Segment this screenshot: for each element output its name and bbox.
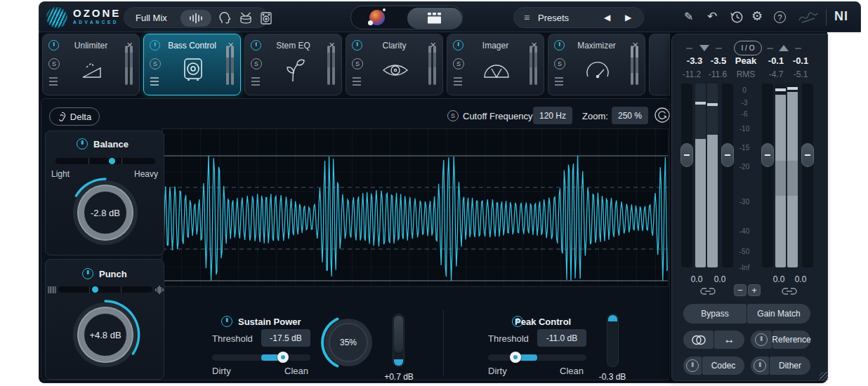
- peak-slider-handle[interactable]: [510, 352, 521, 363]
- slider-tick: [89, 286, 90, 293]
- target-vocal-button[interactable]: [218, 11, 232, 28]
- balance-power-icon[interactable]: [77, 138, 88, 149]
- punch-slider-handle[interactable]: [92, 286, 98, 293]
- balance-slider-handle[interactable]: [109, 158, 115, 164]
- solo-icon[interactable]: S: [150, 58, 161, 69]
- cutoff-value[interactable]: 120 Hz: [533, 107, 572, 124]
- scale-10: -10: [732, 125, 757, 133]
- output-link-icon[interactable]: [781, 286, 798, 298]
- reference-power-button[interactable]: [751, 331, 772, 349]
- solo-icon[interactable]: S: [453, 58, 464, 69]
- slider-tick: [121, 158, 122, 164]
- zoom-value[interactable]: 250 %: [612, 107, 648, 124]
- sustain-slider-handle[interactable]: [277, 352, 289, 363]
- preset-next-button[interactable]: ▶: [625, 13, 631, 22]
- peak-dirty-clean-slider[interactable]: [488, 354, 586, 361]
- peak-threshold-value[interactable]: -11.0 dB: [537, 329, 586, 347]
- imager-icon: [482, 62, 511, 79]
- dither-button[interactable]: Dither: [770, 357, 810, 375]
- output-expand-icon[interactable]: [779, 45, 789, 51]
- sustain-threshold-value[interactable]: -17.5 dB: [261, 329, 310, 347]
- menu-icon[interactable]: [150, 76, 161, 86]
- resize-handle[interactable]: [820, 372, 828, 380]
- presets-label[interactable]: Presets: [538, 13, 569, 23]
- bypass-button[interactable]: Bypass: [683, 304, 747, 324]
- scale-inf: -Inf: [732, 264, 757, 272]
- output-fader-track-l[interactable]: [762, 84, 773, 267]
- peak-title: Peak Control: [515, 317, 571, 327]
- codec-button[interactable]: Codec: [702, 357, 744, 375]
- sustain-power-icon[interactable]: [221, 316, 232, 327]
- detail-view-button[interactable]: [407, 8, 462, 29]
- dither-power-button[interactable]: [751, 357, 769, 375]
- dash: [767, 48, 773, 49]
- input-fader-track-l[interactable]: [681, 84, 692, 267]
- sustain-dirty-clean-slider[interactable]: [212, 354, 310, 361]
- target-selector: Full Mix: [124, 7, 268, 28]
- reference-button[interactable]: Reference: [772, 331, 810, 349]
- peak-gain-meter: [607, 314, 619, 367]
- target-amp-button[interactable]: [260, 11, 272, 28]
- stereo-button[interactable]: [683, 331, 714, 349]
- cutoff-solo-icon[interactable]: S: [447, 110, 459, 121]
- view-toggle: [350, 6, 463, 29]
- module-card-clarity[interactable]: Clarity × S: [346, 34, 443, 95]
- swap-channels-button[interactable]: ↔: [714, 331, 744, 349]
- history-icon[interactable]: [730, 11, 744, 27]
- delta-button[interactable]: Delta: [49, 107, 100, 126]
- in-peak-r: -3.5: [705, 55, 732, 66]
- input-collapse-icon[interactable]: [699, 45, 709, 51]
- input-fader-handle-l[interactable]: [680, 143, 693, 167]
- preset-prev-button[interactable]: ◀: [604, 13, 610, 22]
- solo-icon[interactable]: S: [554, 58, 565, 69]
- menu-icon[interactable]: [554, 76, 565, 86]
- meter-ghost: [695, 84, 706, 139]
- module-card-imager[interactable]: Imager × S: [447, 34, 544, 95]
- sustain-gain-meter: [393, 314, 405, 367]
- punch-slider[interactable]: [58, 286, 152, 293]
- balance-slider[interactable]: [55, 158, 155, 164]
- punch-power-icon[interactable]: [82, 268, 93, 279]
- clarity-icon: [381, 61, 409, 79]
- bass-control-icon: [180, 57, 206, 84]
- gain-minus-button[interactable]: −: [734, 284, 747, 296]
- output-fader-handle-l[interactable]: [761, 143, 774, 167]
- output-fader-handle-r[interactable]: [801, 143, 814, 167]
- io-button[interactable]: I / O: [734, 41, 762, 55]
- target-drums-button[interactable]: [239, 12, 253, 27]
- menu-icon[interactable]: [251, 76, 262, 86]
- solo-icon[interactable]: S: [48, 58, 60, 69]
- menu-icon[interactable]: [352, 76, 363, 86]
- settings-gear-icon[interactable]: ⚙: [751, 10, 763, 22]
- module-card-maximizer[interactable]: Maximizer × S: [548, 34, 645, 95]
- scale-15: -15: [732, 144, 757, 152]
- gain-plus-button[interactable]: +: [748, 284, 761, 296]
- scale-3: -3: [732, 99, 757, 107]
- module-card-stem-eq[interactable]: Stem EQ × S: [244, 34, 342, 95]
- help-icon[interactable]: ?: [774, 11, 786, 23]
- edit-pencil-icon[interactable]: ✎: [684, 11, 693, 22]
- codec-power-button[interactable]: [683, 357, 702, 375]
- peak-hold: [787, 87, 798, 90]
- peak-makeup-value: -0.3 dB: [596, 372, 629, 382]
- meter-fill: [695, 139, 706, 267]
- solo-icon[interactable]: S: [352, 58, 363, 69]
- undo-icon[interactable]: ↶: [707, 11, 717, 22]
- target-fullmix-button[interactable]: [180, 10, 211, 27]
- menu-icon[interactable]: [453, 76, 464, 86]
- target-label: Full Mix: [136, 13, 167, 23]
- module-card-unlimiter[interactable]: Unlimiter × S: [42, 34, 140, 95]
- assistant-sphere-icon[interactable]: [369, 10, 385, 25]
- solo-icon[interactable]: S: [251, 58, 262, 69]
- reset-zoom-icon[interactable]: [654, 107, 671, 126]
- punchy-icon: [155, 285, 164, 295]
- menu-icon[interactable]: [48, 76, 60, 86]
- output-fader-track-r[interactable]: [802, 84, 813, 267]
- module-card-bass-control[interactable]: Bass Control × S: [143, 34, 241, 95]
- input-meter-l: [695, 84, 706, 267]
- signature-icon[interactable]: [798, 11, 819, 27]
- module-meter: [631, 46, 633, 85]
- input-link-icon[interactable]: [699, 286, 716, 298]
- module-meter: [530, 46, 532, 85]
- gain-match-button[interactable]: Gain Match: [747, 304, 810, 324]
